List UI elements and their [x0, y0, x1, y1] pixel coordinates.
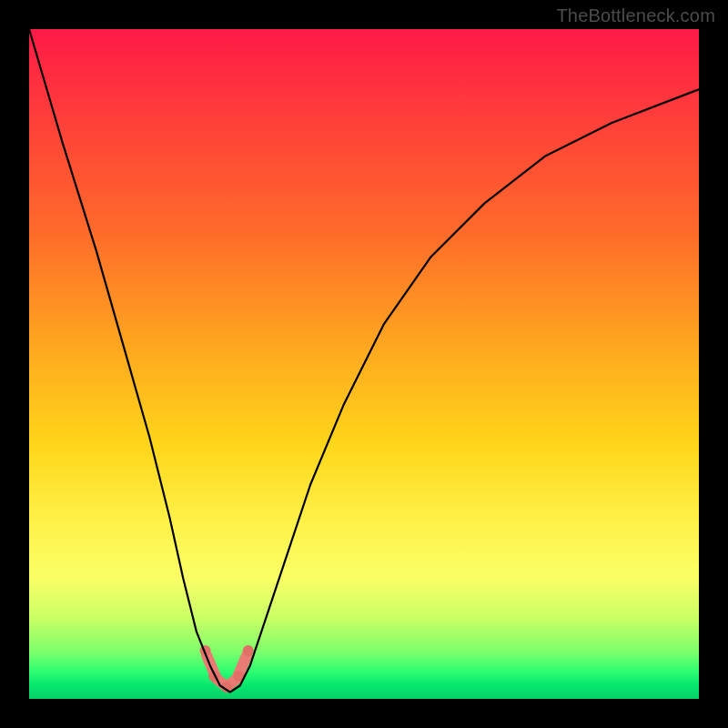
bottleneck-curve [29, 29, 699, 693]
chart-frame: TheBottleneck.com [0, 0, 728, 728]
curve-layer [29, 29, 699, 699]
valley-dot [243, 645, 254, 656]
plot-area [29, 29, 699, 699]
attribution-text: TheBottleneck.com [556, 5, 715, 26]
